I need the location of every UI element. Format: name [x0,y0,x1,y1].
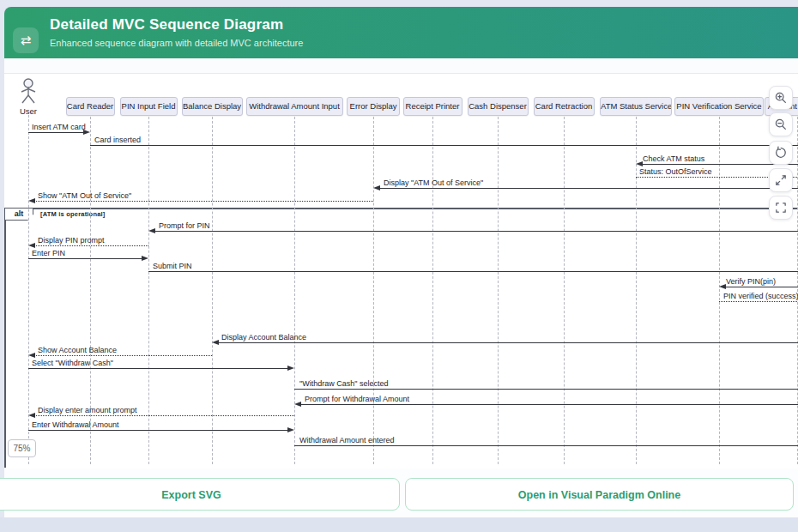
message-line [28,258,142,259]
participant-box: ATM Status Service [600,97,672,116]
expand-button[interactable] [769,168,793,192]
page: ⇄ Detailed MVC Sequence Diagram Enhanced… [0,0,798,532]
lifeline [212,117,213,464]
participant-box: Balance Display [182,97,243,116]
alt-fragment-left-border [4,208,6,468]
message-arrowhead [142,256,148,261]
page-subtitle: Enhanced sequence diagram with detailed … [50,38,303,48]
lifeline [498,117,499,464]
message-label: Select "Withdraw Cash" [32,359,113,367]
message-label: Status: OutOfService [639,167,712,176]
message-line [294,445,798,446]
actor-figure [18,77,39,106]
message-line [34,355,212,356]
message-line [218,342,798,343]
lifeline [294,117,295,464]
message-line [719,301,798,302]
message-arrowhead [294,402,301,407]
zoom-in-button[interactable] [769,86,793,110]
alt-fragment-condition: [ATM is operational] [40,210,106,218]
message-label: Display enter amount prompt [38,406,137,414]
message-arrowhead [148,228,155,233]
lifeline [564,117,565,464]
lifeline [636,117,637,464]
lifeline [373,117,374,464]
fullscreen-button[interactable] [769,196,793,220]
lifeline [432,117,433,464]
message-label: Submit PIN [153,262,192,270]
message-label: Display "ATM Out of Service" [384,178,483,187]
participant-box: PIN Input Field [120,97,178,116]
lifeline [28,115,29,464]
message-label: Display PIN prompt [38,236,105,245]
participant-box: Card Retraction [534,97,595,116]
alt-fragment-top-border [4,208,798,209]
message-line [148,271,798,272]
message-arrowhead [287,427,294,432]
message-label: Show "ATM Out of Service" [38,191,131,200]
zoom-out-button[interactable] [769,112,793,136]
message-label: Check ATM status [643,154,704,163]
page-title: Detailed MVC Sequence Diagram [50,16,283,33]
message-label: Enter PIN [32,249,65,257]
diagram-canvas[interactable]: alt [ATM is operational] UserCard Reader… [4,73,798,469]
message-line [379,188,798,189]
message-line [725,287,798,287]
message-arrowhead [636,161,643,166]
swap-arrows-icon: ⇄ [13,27,39,53]
message-line [294,389,798,390]
message-label: PIN verified (success) [723,292,798,300]
participant-box: Card Reader [66,97,115,116]
message-label: Show Account Balance [38,346,117,354]
message-label: Withdrawal Amount entered [299,436,395,444]
message-line [34,201,373,202]
message-label: Prompt for Withdrawal Amount [305,395,409,403]
lifeline [148,117,149,464]
message-arrowhead [28,353,35,358]
message-label: "Withdraw Cash" selected [299,379,388,388]
participant-box: Receipt Printer [403,97,462,116]
participant-box: Withdrawal Amount Input [246,97,343,116]
export-svg-button[interactable]: Export SVG [0,478,400,511]
message-label: Enter Withdrawal Amount [32,420,119,429]
message-line [34,415,294,416]
zoom-level-badge: 75% [8,439,36,457]
diagram-header: ⇄ Detailed MVC Sequence Diagram Enhanced… [4,7,798,58]
message-line [28,430,288,431]
message-line [154,231,798,232]
open-in-visual-paradigm-button[interactable]: Open in Visual Paradigm Online [405,478,794,511]
message-arrowhead [719,284,726,289]
message-label: Card inserted [94,136,141,144]
participant-box: PIN Verification Service [674,97,764,116]
message-line [34,245,148,246]
message-label: Prompt for PIN [159,221,210,230]
reset-view-button[interactable] [769,141,793,165]
message-arrowhead [373,185,380,190]
lifeline [719,117,720,464]
message-line [90,145,798,146]
sequence-diagram: alt [ATM is operational] UserCard Reader… [4,74,798,469]
message-line [28,132,84,133]
message-arrowhead [287,366,294,371]
bottom-strip [0,517,798,532]
participant-box: Error Display [347,97,400,116]
panel-spacer [4,58,798,73]
participant-box: Cash Dispenser [468,97,529,116]
message-arrowhead [212,340,219,345]
message-line [28,368,288,369]
message-arrowhead [28,413,35,418]
message-arrowhead [28,243,35,248]
message-label: Verify PIN(pin) [726,277,776,286]
message-label: Insert ATM card [32,123,86,131]
message-label: Display Account Balance [221,333,306,342]
message-line [300,404,798,405]
message-arrowhead [28,198,35,203]
